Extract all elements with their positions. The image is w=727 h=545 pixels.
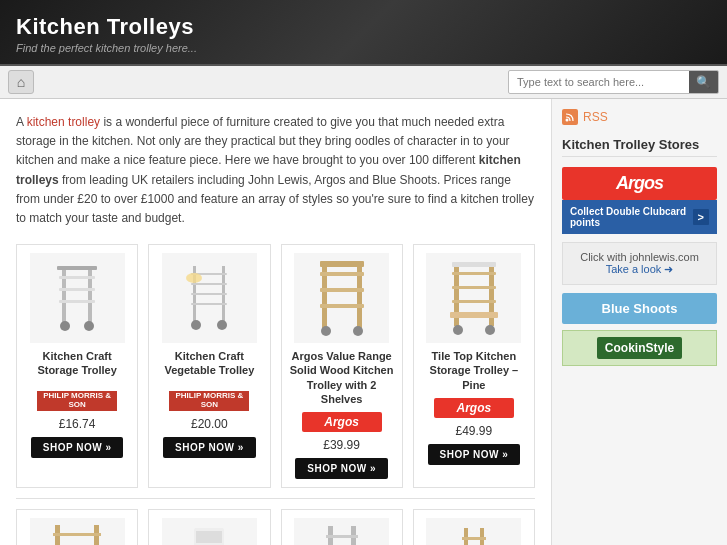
double-clubcard-label: Collect Double Clubcard points xyxy=(570,206,693,228)
store-badge-pm: PHILIP MORRIS & SON xyxy=(37,391,117,411)
rss-link[interactable]: RSS xyxy=(562,109,717,125)
johnlewis-store-card[interactable]: Click with johnlewis.com Take a look ➜ xyxy=(562,242,717,285)
svg-rect-13 xyxy=(191,303,227,305)
rss-icon xyxy=(562,109,578,125)
store-badge-label: PHILIP MORRIS & SON xyxy=(169,392,249,410)
home-button[interactable]: ⌂ xyxy=(8,70,34,94)
search-input[interactable] xyxy=(509,72,689,92)
svg-rect-2 xyxy=(59,276,95,279)
blue-shoots-store-card[interactable]: Blue Shoots xyxy=(562,293,717,324)
product-image xyxy=(294,253,389,343)
product-image xyxy=(30,253,125,343)
svg-point-16 xyxy=(186,273,202,283)
store-badge-label: PHILIP MORRIS & SON xyxy=(37,392,117,410)
product-card: Kitchen Craft Storage Trolley PHILIP MOR… xyxy=(16,244,138,488)
cookinstyle-label: CookinStyle xyxy=(597,337,682,359)
johnlewis-link[interactable]: Take a look ➜ xyxy=(606,263,674,275)
johnlewis-sublabel: Take a look xyxy=(606,263,662,275)
product-name: Tile Top Kitchen Storage Trolley – Pine xyxy=(422,349,526,392)
svg-rect-28 xyxy=(452,286,496,289)
page-header: Kitchen Trolleys Find the perfect kitche… xyxy=(0,0,727,66)
svg-rect-4 xyxy=(59,300,95,303)
store-badge-argos: Argos xyxy=(302,412,382,432)
rss-label: RSS xyxy=(583,110,608,124)
svg-point-5 xyxy=(60,321,70,331)
svg-rect-33 xyxy=(452,262,496,267)
svg-rect-3 xyxy=(59,288,95,291)
search-bar: 🔍 xyxy=(508,70,719,94)
kitchen-trolley-link[interactable]: kitchen trolley xyxy=(27,115,100,129)
product-price: £39.99 xyxy=(323,438,360,452)
svg-point-31 xyxy=(453,325,463,335)
product-grid-row2 xyxy=(16,509,535,545)
argos-logo: Argos xyxy=(562,167,717,200)
svg-rect-49 xyxy=(326,535,358,538)
svg-rect-20 xyxy=(320,288,364,292)
svg-rect-30 xyxy=(450,312,498,318)
svg-point-6 xyxy=(84,321,94,331)
shop-now-button[interactable]: SHOP NOW xyxy=(428,444,521,465)
svg-rect-36 xyxy=(53,533,101,536)
product-card: Kitchen Craft Vegetable Trolley PHILIP M… xyxy=(148,244,270,488)
product-name: Kitchen Craft Vegetable Trolley xyxy=(157,349,261,385)
johnlewis-label: Click with johnlewis.com xyxy=(571,251,708,263)
svg-point-22 xyxy=(321,326,331,336)
sidebar-stores-title: Kitchen Trolley Stores xyxy=(562,137,717,157)
kitchen-trolleys-bold: kitchen trolleys xyxy=(16,153,521,186)
product-price: £16.74 xyxy=(59,417,96,431)
blue-shoots-label: Blue Shoots xyxy=(602,301,678,316)
product-image xyxy=(426,518,521,545)
product-card-partial xyxy=(413,509,535,545)
product-name: Argos Value Range Solid Wood Kitchen Tro… xyxy=(290,349,394,406)
svg-rect-55 xyxy=(480,528,484,545)
svg-rect-11 xyxy=(191,283,227,285)
row-divider xyxy=(16,498,535,499)
product-card-partial xyxy=(16,509,138,545)
shop-now-button[interactable]: SHOP NOW xyxy=(31,437,124,458)
product-price: £20.00 xyxy=(191,417,228,431)
svg-point-32 xyxy=(485,325,495,335)
product-image xyxy=(30,518,125,545)
svg-point-15 xyxy=(217,320,227,330)
svg-rect-29 xyxy=(452,300,496,303)
svg-point-61 xyxy=(566,119,569,122)
svg-rect-24 xyxy=(320,261,364,267)
svg-point-14 xyxy=(191,320,201,330)
product-card-partial xyxy=(281,509,403,545)
product-grid-row1: Kitchen Craft Storage Trolley PHILIP MOR… xyxy=(16,244,535,488)
product-price: £49.99 xyxy=(456,424,493,438)
double-clubcard-banner[interactable]: Collect Double Clubcard points > xyxy=(562,200,717,234)
store-badge-pm: PHILIP MORRIS & SON xyxy=(169,391,249,411)
shop-now-button[interactable]: SHOP NOW xyxy=(163,437,256,458)
product-name: Kitchen Craft Storage Trolley xyxy=(25,349,129,385)
main-layout: A kitchen trolley is a wonderful piece o… xyxy=(0,99,727,545)
navbar: ⌂ 🔍 xyxy=(0,66,727,99)
product-card: Tile Top Kitchen Storage Trolley – Pine … xyxy=(413,244,535,488)
svg-rect-54 xyxy=(464,528,468,545)
double-clubcard-arrow: > xyxy=(693,209,709,225)
svg-rect-19 xyxy=(320,272,364,276)
intro-paragraph: A kitchen trolley is a wonderful piece o… xyxy=(16,113,535,228)
svg-rect-21 xyxy=(320,304,364,308)
sidebar: RSS Kitchen Trolley Stores Argos Collect… xyxy=(552,99,727,545)
page-title: Kitchen Trolleys xyxy=(16,14,711,40)
svg-rect-7 xyxy=(57,266,97,270)
cookinstyle-store-card[interactable]: CookinStyle xyxy=(562,330,717,366)
shop-now-button[interactable]: SHOP NOW xyxy=(295,458,388,479)
content-area: A kitchen trolley is a wonderful piece o… xyxy=(0,99,552,545)
product-image xyxy=(162,253,257,343)
product-image xyxy=(162,518,257,545)
page-subtitle: Find the perfect kitchen trolley here... xyxy=(16,42,711,54)
search-button[interactable]: 🔍 xyxy=(689,71,718,93)
svg-rect-43 xyxy=(196,531,222,543)
product-image xyxy=(294,518,389,545)
svg-rect-27 xyxy=(452,272,496,275)
svg-rect-12 xyxy=(191,293,227,295)
product-image xyxy=(426,253,521,343)
svg-rect-56 xyxy=(462,537,486,540)
store-badge-argos: Argos xyxy=(434,398,514,418)
product-card: Argos Value Range Solid Wood Kitchen Tro… xyxy=(281,244,403,488)
argos-store-card[interactable]: Argos Collect Double Clubcard points > xyxy=(562,167,717,234)
product-card-partial xyxy=(148,509,270,545)
svg-point-23 xyxy=(353,326,363,336)
